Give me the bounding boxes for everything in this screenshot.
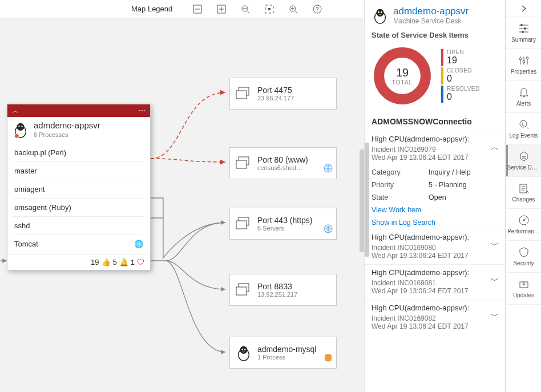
rail-label: Security <box>513 260 534 266</box>
map-toolbar: Map Legend ? <box>0 0 364 18</box>
target-sub: 13.92.251.217 <box>257 291 297 298</box>
rail-item-performance[interactable]: Performan… <box>506 209 541 241</box>
svg-point-20 <box>19 126 19 127</box>
target-title: Port 4475 <box>257 86 294 95</box>
svg-point-45 <box>520 24 523 26</box>
process-item[interactable]: Tomcat🌐 <box>13 235 144 253</box>
incident-item[interactable]: High CPU(admdemo-appsvr): Incident INC01… <box>365 229 505 264</box>
legend-resolved-value: 0 <box>447 92 480 102</box>
rail-item-changes[interactable]: Changes <box>506 177 541 209</box>
incident-title: High CPU(admdemo-appsvr): <box>372 233 498 241</box>
server-node[interactable]: ︿ ⋯ ! admdemo-appsvr 6 Processes backup.… <box>7 104 151 270</box>
incident-item[interactable]: High CPU(admdemo-appsvr): Incident INC01… <box>365 264 505 300</box>
kv-state: StateOpen <box>365 191 505 204</box>
process-item[interactable]: omsagent (Ruby) <box>13 199 144 217</box>
process-item[interactable]: backup.pl (Perl) <box>13 144 144 162</box>
map-canvas[interactable]: ︿ ⋯ ! admdemo-appsvr 6 Processes backup.… <box>0 18 364 392</box>
target-sub: 1 Process <box>257 354 316 361</box>
svg-point-35 <box>240 346 247 354</box>
incident-id: Incident INC0169081 <box>372 279 498 287</box>
rail-item-log-events[interactable]: ELog Events <box>506 113 541 145</box>
svg-rect-30 <box>236 221 247 229</box>
incident-id: Incident INC0169079 <box>372 146 498 153</box>
rail-item-service-desk[interactable]: Service Desk <box>506 145 541 177</box>
globe-icon <box>324 224 333 236</box>
incident-id: Incident INC0169082 <box>372 314 498 322</box>
svg-rect-27 <box>236 160 247 168</box>
rail-item-security[interactable]: Security <box>506 241 541 273</box>
shield-count: 1 <box>131 258 135 266</box>
expand-all-icon[interactable] <box>217 5 226 14</box>
incident-time: Wed Apr 19 13:06:24 EDT 2017 <box>372 153 498 161</box>
details-scrollbar[interactable] <box>365 143 369 257</box>
svg-text:?: ? <box>316 6 320 13</box>
rail-label: Log Events <box>509 132 538 139</box>
chevron-down-icon[interactable]: ﹀ <box>490 310 499 322</box>
rail-label: Performan… <box>507 228 540 235</box>
chevron-down-icon[interactable]: ﹀ <box>490 240 499 252</box>
svg-point-52 <box>523 60 525 63</box>
servers-icon <box>235 281 253 299</box>
svg-point-46 <box>524 27 526 30</box>
svg-line-55 <box>526 126 528 129</box>
show-in-log-search-link[interactable]: Show in Log Search <box>365 216 505 229</box>
target-title: Port 80 (www) <box>257 155 308 164</box>
legend-closed-value: 0 <box>447 74 472 84</box>
legend-closed-label: CLOSED <box>447 67 472 74</box>
target-node[interactable]: Port 883313.92.251.217 <box>229 274 337 306</box>
fit-screen-icon[interactable] <box>265 5 274 14</box>
rail-item-summary[interactable]: Summary <box>506 17 541 49</box>
nav-rail: Summary Properties Alerts ELog Events Se… <box>506 0 541 392</box>
server-node-header[interactable]: ︿ ⋯ <box>7 104 150 117</box>
process-item[interactable]: sshd <box>13 217 144 235</box>
svg-rect-25 <box>236 91 247 99</box>
details-state-header: State of Service Desk Items <box>365 27 505 45</box>
svg-point-37 <box>244 349 246 350</box>
donut-legend: OPEN19 CLOSED0 RESOLVED0 <box>441 49 480 103</box>
collapse-all-icon[interactable] <box>193 5 202 14</box>
target-sub: 23.96.24.177 <box>257 95 294 102</box>
rail-label: Summary <box>511 37 536 43</box>
chevron-up-icon[interactable]: ︿ <box>12 106 19 116</box>
kv-priority: Priority5 - Planning <box>365 179 505 191</box>
incident-time: Wed Apr 19 13:06:24 EDT 2017 <box>372 252 498 260</box>
rail-label: Alerts <box>516 100 531 107</box>
rail-label: Changes <box>512 196 535 203</box>
legend-open-value: 19 <box>447 55 464 66</box>
process-list: backup.pl (Perl) master omiagent omsagen… <box>7 140 150 254</box>
help-icon[interactable]: ? <box>313 5 322 14</box>
process-item[interactable]: master <box>13 162 144 180</box>
chevron-up-icon[interactable]: ︿ <box>490 142 499 153</box>
more-icon[interactable]: ⋯ <box>139 107 146 115</box>
incident-item[interactable]: High CPU(admdemo-appsvr): Incident INC01… <box>365 300 505 335</box>
process-item[interactable]: omiagent <box>13 180 144 199</box>
details-subtitle: Machine Service Desk <box>393 17 469 25</box>
zoom-in-icon[interactable] <box>289 5 298 14</box>
rail-label: Properties <box>511 68 537 75</box>
alert-count-red: 5 <box>113 258 117 266</box>
incident-time: Wed Apr 19 13:06:24 EDT 2017 <box>372 322 498 330</box>
rail-label: Updates <box>513 292 534 298</box>
map-scrollbar[interactable] <box>360 149 364 252</box>
details-panel: admdemo-appsvr Machine Service Desk Stat… <box>364 0 506 392</box>
chevron-down-icon[interactable]: ﹀ <box>490 275 499 287</box>
target-node[interactable]: admdemo-mysql1 Process <box>229 337 337 369</box>
rail-label: Service Desk <box>507 164 540 171</box>
target-node[interactable]: Port 80 (www)census6.shod… <box>229 147 337 179</box>
servers-icon <box>235 84 253 103</box>
incident-item-expanded[interactable]: High CPU(admdemo-appsvr): Incident INC01… <box>365 131 505 166</box>
rail-item-alerts[interactable]: Alerts <box>506 81 541 113</box>
rail-item-properties[interactable]: Properties <box>506 49 541 81</box>
rail-collapse-button[interactable] <box>506 0 541 17</box>
map-legend-label[interactable]: Map Legend <box>131 5 172 13</box>
legend-open-label: OPEN <box>447 49 464 55</box>
view-work-item-link[interactable]: View Work Item <box>365 204 505 216</box>
globe-icon: 🌐 <box>134 240 143 248</box>
target-node[interactable]: Port 447523.96.24.177 <box>229 78 337 110</box>
target-node[interactable]: Port 443 (https)6 Servers <box>229 208 337 240</box>
svg-point-47 <box>522 31 524 33</box>
rail-item-updates[interactable]: Updates <box>506 273 541 305</box>
zoom-out-icon[interactable] <box>241 5 250 14</box>
details-header: admdemo-appsvr Machine Service Desk <box>365 0 505 27</box>
target-sub: 6 Servers <box>257 225 313 232</box>
